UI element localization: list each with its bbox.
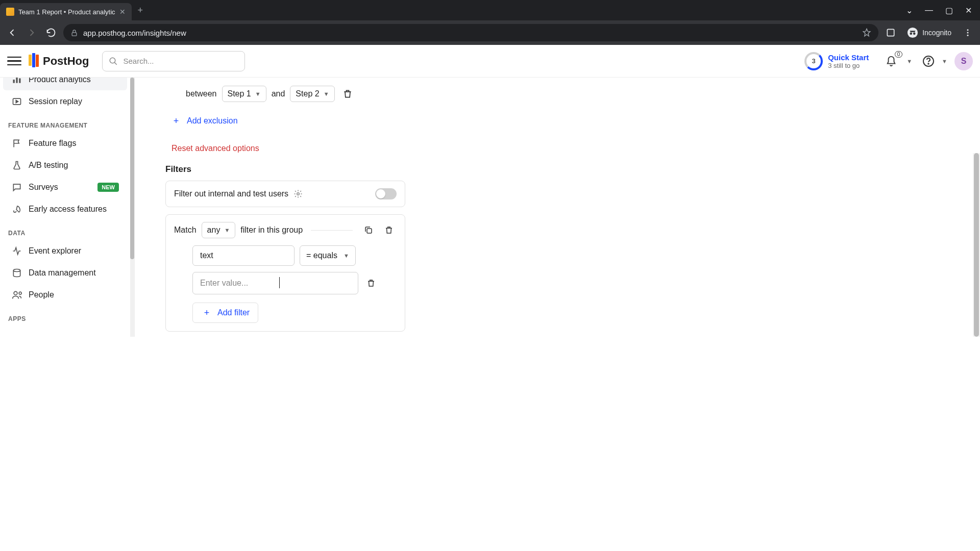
play-icon xyxy=(11,96,22,107)
sidebar-item-data-management[interactable]: Data management xyxy=(3,262,127,284)
people-icon xyxy=(11,289,22,300)
browser-tab-strip: Team 1 Report • Product analytic ✕ + ⌄ —… xyxy=(0,0,980,20)
lock-icon xyxy=(70,29,78,37)
add-exclusion-button[interactable]: + Add exclusion xyxy=(170,111,238,131)
quick-start-title: Quick Start xyxy=(828,53,869,62)
delete-group-button[interactable] xyxy=(381,222,397,238)
filter-test-users-label: Filter out internal and test users xyxy=(174,189,288,198)
new-badge: NEW xyxy=(97,183,119,192)
sidebar-item-product-analytics[interactable]: Product analytics xyxy=(3,78,127,90)
browser-menu-icon[interactable] xyxy=(961,26,975,40)
close-window-icon[interactable]: ✕ xyxy=(965,6,972,15)
reset-advanced-link[interactable]: Reset advanced options xyxy=(172,144,399,153)
sidebar-item-surveys[interactable]: Surveys NEW xyxy=(3,177,127,198)
user-avatar[interactable]: S xyxy=(954,52,973,70)
sidebar: Product analytics Session replay FEATURE… xyxy=(0,78,135,337)
posthog-logo[interactable]: PostHog xyxy=(29,55,89,68)
incognito-icon xyxy=(907,27,918,38)
sidebar-item-feature-flags[interactable]: Feature flags xyxy=(3,133,127,154)
chevron-down-icon[interactable]: ▼ xyxy=(942,58,947,64)
svg-point-15 xyxy=(13,269,20,272)
plus-icon: + xyxy=(201,307,212,318)
chevron-down-icon[interactable]: ▼ xyxy=(906,58,912,64)
delete-filter-button[interactable] xyxy=(363,276,379,291)
duplicate-group-button[interactable] xyxy=(361,222,376,238)
svg-rect-0 xyxy=(72,32,77,35)
plus-icon: + xyxy=(170,115,182,127)
svg-rect-13 xyxy=(19,79,20,83)
svg-point-10 xyxy=(928,63,929,64)
extensions-icon[interactable] xyxy=(884,26,898,40)
close-tab-icon[interactable]: ✕ xyxy=(119,8,126,16)
tabs-dropdown-icon[interactable]: ⌄ xyxy=(906,6,913,15)
search-placeholder: Search... xyxy=(123,57,154,65)
minimize-icon[interactable]: — xyxy=(925,6,933,15)
sidebar-item-ab-testing[interactable]: A/B testing xyxy=(3,155,127,176)
sidebar-item-session-replay[interactable]: Session replay xyxy=(3,91,127,112)
window-controls: ⌄ — ▢ ✕ xyxy=(898,0,980,20)
logo-text: PostHog xyxy=(43,55,89,68)
svg-point-17 xyxy=(297,193,300,195)
notification-count: 0 xyxy=(895,51,903,58)
sidebar-section-feature: FEATURE MANAGEMENT xyxy=(0,113,130,132)
trash-icon xyxy=(384,226,394,235)
trash-icon xyxy=(366,279,376,288)
logo-mark-icon xyxy=(29,55,39,67)
svg-rect-12 xyxy=(16,78,17,83)
filter-group: Match any▼ filter in this group text xyxy=(165,214,405,332)
reload-button[interactable] xyxy=(44,26,58,40)
filter-property-select[interactable]: text xyxy=(192,245,295,266)
match-suffix: filter in this group xyxy=(240,226,303,235)
svg-point-6 xyxy=(967,32,969,34)
sidebar-item-label: People xyxy=(29,290,54,299)
help-button[interactable] xyxy=(919,52,938,70)
back-button[interactable] xyxy=(5,26,19,40)
bookmark-star-icon[interactable] xyxy=(862,28,871,37)
sidebar-item-label: Session replay xyxy=(29,97,82,106)
svg-point-7 xyxy=(967,35,969,36)
search-input[interactable]: Search... xyxy=(102,51,245,71)
sidebar-item-label: A/B testing xyxy=(29,161,68,170)
delete-exclusion-button[interactable] xyxy=(340,86,355,102)
chat-icon xyxy=(11,182,22,193)
sidebar-section-apps: APPS xyxy=(0,306,130,325)
incognito-badge[interactable]: Incognito xyxy=(903,27,955,38)
step2-select[interactable]: Step 2▼ xyxy=(290,86,334,102)
url-text: app.posthog.com/insights/new xyxy=(83,29,186,37)
filter-operator-select[interactable]: = equals▼ xyxy=(300,245,356,266)
filter-value-input[interactable] xyxy=(192,272,358,294)
add-filter-button[interactable]: + Add filter xyxy=(192,303,258,323)
forward-button[interactable] xyxy=(24,26,39,40)
svg-point-4 xyxy=(913,33,916,35)
match-label: Match xyxy=(174,226,197,235)
gear-icon[interactable] xyxy=(293,189,303,198)
filter-test-users-card: Filter out internal and test users xyxy=(165,181,405,207)
address-bar[interactable]: app.posthog.com/insights/new xyxy=(63,24,878,41)
sidebar-item-people[interactable]: People xyxy=(3,284,127,306)
maximize-icon[interactable]: ▢ xyxy=(945,6,953,15)
new-tab-button[interactable]: + xyxy=(132,0,150,20)
sidebar-scrollbar[interactable] xyxy=(130,78,134,337)
filter-test-users-toggle[interactable] xyxy=(375,188,397,199)
sidebar-item-label: Surveys xyxy=(29,183,58,192)
sidebar-section-data: DATA xyxy=(0,220,130,240)
sidebar-item-event-explorer[interactable]: Event explorer xyxy=(3,240,127,262)
quick-start-widget[interactable]: 3 Quick Start 3 still to go xyxy=(804,52,869,70)
search-icon xyxy=(109,57,118,66)
svg-point-8 xyxy=(110,58,116,63)
browser-tab[interactable]: Team 1 Report • Product analytic ✕ xyxy=(0,3,132,20)
exclusion-step-row: between Step 1▼ and Step 2▼ xyxy=(186,86,385,102)
favicon xyxy=(6,8,14,16)
svg-point-3 xyxy=(910,33,913,35)
sidebar-item-early-access[interactable]: Early access features xyxy=(3,198,127,220)
main-scrollbar[interactable] xyxy=(973,153,980,337)
main-content: between Step 1▼ and Step 2▼ + Add exclus… xyxy=(135,78,980,337)
notifications-button[interactable]: 0 xyxy=(882,52,900,70)
empty-space xyxy=(0,337,980,551)
tab-title: Team 1 Report • Product analytic xyxy=(18,8,115,16)
step1-select[interactable]: Step 1▼ xyxy=(222,86,266,102)
match-select[interactable]: any▼ xyxy=(202,222,236,238)
menu-toggle-button[interactable] xyxy=(7,54,21,68)
progress-ring-icon: 3 xyxy=(804,52,823,70)
svg-point-2 xyxy=(908,28,918,38)
